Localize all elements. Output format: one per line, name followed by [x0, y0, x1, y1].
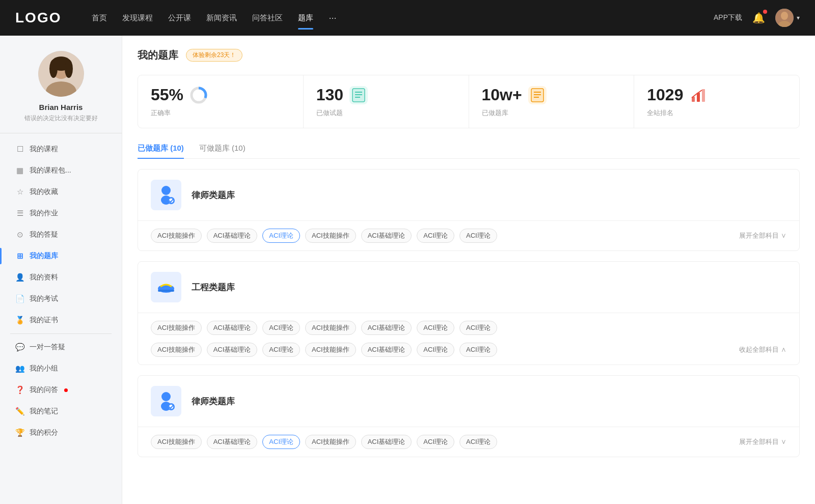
sidebar-item-label: 我的积分 — [30, 428, 58, 437]
sidebar-item-my-certificates[interactable]: 🏅 我的证书 — [0, 310, 122, 331]
stats-row: 55% 正确率 130 — [138, 75, 800, 128]
stat-label-done-questions: 已做试题 — [316, 108, 456, 118]
sidebar-item-my-groups[interactable]: 👥 我的小组 — [0, 358, 122, 379]
svg-point-8 — [65, 60, 73, 78]
tag-eng-basic-2[interactable]: ACI基础理论 — [361, 321, 412, 335]
sidebar-item-label: 我的课程 — [30, 145, 58, 154]
nav-more[interactable]: ··· — [329, 13, 336, 23]
tag-aci-skill-2[interactable]: ACI技能操作 — [305, 229, 356, 243]
qbank-tags-engineer-row1: ACI技能操作 ACI基础理论 ACI理论 ACI技能操作 ACI基础理论 AC… — [138, 313, 799, 343]
tab-done-banks[interactable]: 已做题库 (10) — [138, 144, 184, 158]
nav-home[interactable]: 首页 — [92, 11, 107, 25]
file-text-icon: 📄 — [15, 294, 24, 303]
logo: LOGO — [15, 10, 61, 26]
collapse-link-engineer[interactable]: 收起全部科目 ∧ — [739, 345, 786, 354]
svg-point-32 — [161, 392, 171, 401]
qbank-tags-engineer-row2: ACI技能操作 ACI基础理论 ACI理论 ACI技能操作 ACI基础理论 AC… — [138, 343, 799, 365]
sidebar-item-my-questionbank[interactable]: ⊞ 我的题库 — [0, 245, 122, 267]
svg-point-1 — [781, 12, 788, 20]
bar-chart-icon: ▦ — [15, 166, 24, 175]
chevron-down-icon: ▾ — [797, 14, 800, 21]
sidebar-item-my-exams[interactable]: 📄 我的考试 — [0, 288, 122, 310]
sidebar-item-course-packages[interactable]: ▦ 我的课程包... — [0, 160, 122, 181]
app-download-button[interactable]: APP下载 — [714, 13, 742, 22]
tag-law2-skill-1[interactable]: ACI技能操作 — [151, 435, 202, 449]
sidebar-item-label: 我的课程包... — [30, 166, 71, 175]
doc-orange-icon — [528, 86, 547, 104]
tag-eng-theory-3[interactable]: ACI理论 — [459, 321, 497, 335]
grid-icon: ⊞ — [15, 251, 24, 261]
notification-bell[interactable]: 🔔 — [752, 12, 765, 24]
qbank-title-lawyer-2: 律师类题库 — [192, 396, 235, 407]
nav-news[interactable]: 新闻资讯 — [206, 11, 237, 25]
qbank-header-engineer: 工程类题库 — [138, 262, 799, 313]
sidebar-divider — [10, 333, 112, 334]
sidebar-item-label: 我的收藏 — [30, 187, 58, 197]
profile-avatar — [38, 51, 84, 97]
tag-eng2-skill-2[interactable]: ACI技能操作 — [305, 343, 356, 357]
stat-top-ranking: 1029 — [647, 86, 786, 104]
sidebar-item-one-on-one-qa[interactable]: 💬 一对一答疑 — [0, 337, 122, 358]
star-icon: ☆ — [15, 187, 24, 197]
qbank-icon-lawyer — [151, 180, 181, 210]
tag-law2-basic-1[interactable]: ACI基础理论 — [207, 435, 258, 449]
tag-eng2-basic-2[interactable]: ACI基础理论 — [361, 343, 412, 357]
sidebar-item-my-qa[interactable]: ⊙ 我的答疑 — [0, 224, 122, 245]
page-wrapper: Brian Harris 错误的决定比没有决定要好 ☐ 我的课程 ▦ 我的课程包… — [0, 36, 815, 504]
tag-eng2-basic-1[interactable]: ACI基础理论 — [207, 343, 258, 357]
tag-law2-basic-2[interactable]: ACI基础理论 — [361, 435, 412, 449]
user-avatar-menu[interactable]: ▾ — [775, 9, 800, 27]
nav-questionbank[interactable]: 题库 — [298, 11, 313, 25]
tag-law2-theory-2[interactable]: ACI理论 — [417, 435, 454, 449]
tag-eng-theory-2[interactable]: ACI理论 — [417, 321, 454, 335]
svg-rect-23 — [697, 93, 700, 102]
qbank-header-lawyer-2: 律师类题库 — [138, 376, 799, 427]
stat-card-accuracy: 55% 正确率 — [138, 75, 304, 128]
nav-opencourse[interactable]: 公开课 — [168, 11, 191, 25]
notification-badge — [763, 10, 767, 14]
tag-eng-skill-1[interactable]: ACI技能操作 — [151, 321, 202, 335]
sidebar-item-my-points[interactable]: 🏆 我的积分 — [0, 422, 122, 443]
sidebar-item-homework[interactable]: ☰ 我的作业 — [0, 203, 122, 224]
tag-aci-theory-3[interactable]: ACI理论 — [459, 229, 497, 243]
tabs-row: 已做题库 (10) 可做题库 (10) — [138, 144, 800, 159]
tag-law2-skill-2[interactable]: ACI技能操作 — [305, 435, 356, 449]
tag-law2-theory-selected[interactable]: ACI理论 — [262, 435, 300, 449]
expand-link-lawyer-2[interactable]: 展开全部科目 ∨ — [739, 437, 786, 446]
stat-label-ranking: 全站排名 — [647, 108, 786, 118]
stat-top-done-banks: 10w+ — [482, 86, 621, 104]
tag-aci-theory-selected-1[interactable]: ACI理论 — [262, 229, 300, 243]
sidebar-item-my-courses[interactable]: ☐ 我的课程 — [0, 138, 122, 160]
svg-point-11 — [196, 92, 202, 98]
tag-aci-basic-1[interactable]: ACI基础理论 — [207, 229, 258, 243]
tab-available-banks[interactable]: 可做题库 (10) — [199, 144, 246, 158]
tag-eng2-theory-2[interactable]: ACI理论 — [417, 343, 454, 357]
sidebar-item-my-notes[interactable]: ✏️ 我的笔记 — [0, 401, 122, 422]
tag-eng-theory-1[interactable]: ACI理论 — [262, 321, 300, 335]
tag-eng2-theory-1[interactable]: ACI理论 — [262, 343, 300, 357]
sidebar-item-label: 我的作业 — [30, 209, 58, 218]
tag-aci-basic-2[interactable]: ACI基础理论 — [361, 229, 412, 243]
tag-eng2-skill-1[interactable]: ACI技能操作 — [151, 343, 202, 357]
profile-motto: 错误的决定比没有决定要好 — [24, 114, 98, 123]
unread-dot — [64, 388, 68, 392]
qbank-card-engineer: 工程类题库 ACI技能操作 ACI基础理论 ACI理论 ACI技能操作 ACI基… — [138, 261, 800, 365]
sidebar-item-my-materials[interactable]: 👤 我的资料 — [0, 267, 122, 288]
nav-discover[interactable]: 发现课程 — [122, 11, 153, 25]
tag-eng-skill-2[interactable]: ACI技能操作 — [305, 321, 356, 335]
expand-link-lawyer-1[interactable]: 展开全部科目 ∨ — [739, 231, 786, 240]
tag-eng2-theory-3[interactable]: ACI理论 — [459, 343, 497, 357]
tag-law2-theory-3[interactable]: ACI理论 — [459, 435, 497, 449]
sidebar-item-my-questions[interactable]: ❓ 我的问答 — [0, 379, 122, 401]
tag-aci-theory-2[interactable]: ACI理论 — [417, 229, 454, 243]
qbank-card-lawyer-2: 律师类题库 ACI技能操作 ACI基础理论 ACI理论 ACI技能操作 ACI基… — [138, 375, 800, 457]
sidebar-item-label: 我的小组 — [30, 364, 58, 373]
tag-aci-skill-1[interactable]: ACI技能操作 — [151, 229, 202, 243]
tag-eng-basic-1[interactable]: ACI基础理论 — [207, 321, 258, 335]
stat-value-accuracy: 55% — [151, 86, 183, 104]
profile-name: Brian Harris — [39, 103, 83, 111]
nav-qa[interactable]: 问答社区 — [252, 11, 283, 25]
sidebar-item-favorites[interactable]: ☆ 我的收藏 — [0, 181, 122, 203]
qbank-icon-lawyer-2 — [151, 386, 181, 416]
sidebar-item-label: 我的考试 — [30, 294, 58, 303]
